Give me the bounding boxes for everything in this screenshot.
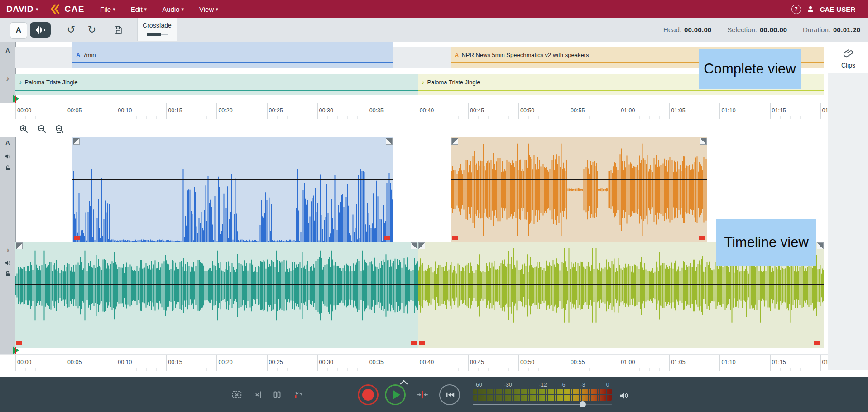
clip-fade-handle-left[interactable] [73, 138, 80, 145]
undo-to-marker-button[interactable] [292, 388, 306, 402]
goto-marker-button[interactable] [412, 385, 432, 405]
ruler-minor-tick [86, 368, 86, 371]
clip-fade-handle-left[interactable] [418, 242, 425, 249]
waveform-view-button[interactable] [30, 22, 51, 38]
timeline-playhead-cursor[interactable] [13, 346, 19, 354]
ruler-minor-tick [327, 368, 328, 371]
ruler-minor-tick [307, 368, 307, 371]
zoom-fit-button[interactable] [52, 121, 67, 137]
user-icon[interactable] [806, 5, 815, 14]
ruler-minor-tick [357, 368, 358, 371]
overview-clip-7min[interactable]: A 7min [72, 42, 393, 68]
menu-edit[interactable]: Edit ▾ [131, 5, 147, 13]
gain-line[interactable] [418, 284, 824, 285]
menu-view[interactable]: View ▾ [199, 5, 218, 13]
clip-edit-marker[interactable] [384, 236, 390, 240]
split-clip-button[interactable] [270, 388, 284, 402]
head-value: 00:00:00 [684, 26, 711, 34]
zoom-out-button[interactable] [34, 121, 50, 137]
redo-button[interactable]: ↻ [84, 22, 100, 38]
ruler-label: 00:45 [470, 359, 484, 365]
gain-line[interactable] [451, 179, 707, 180]
clip-fade-handle-right[interactable] [817, 242, 824, 249]
ruler-minor-tick [287, 368, 288, 371]
ruler-label: 00:10 [118, 359, 132, 365]
clip-fade-handle-right[interactable] [411, 242, 417, 249]
clip-edit-marker[interactable] [699, 236, 705, 240]
ruler-minor-tick [538, 368, 539, 371]
ruler-tick [820, 355, 821, 371]
app-logo[interactable]: DAViD ▾ [6, 4, 38, 14]
track2-mute-button[interactable] [0, 259, 15, 267]
overview-clip-7min-labelrow: A 7min [76, 52, 96, 58]
clip-edit-marker[interactable] [452, 236, 458, 240]
monitor-speaker-button[interactable] [617, 388, 631, 403]
ruler-tick [116, 355, 116, 371]
brand-icon [50, 4, 61, 15]
clip-edit-marker[interactable] [814, 341, 820, 345]
cut-selection-button[interactable] [250, 388, 264, 402]
clip-fade-handle-left[interactable] [16, 242, 23, 249]
duration-value: 00:01:20 [833, 26, 860, 34]
skip-to-start-button[interactable] [439, 384, 460, 405]
overview-track-rail: A ♪ [0, 42, 16, 103]
clip-type-icon: ♪ [19, 79, 22, 86]
undo-button[interactable]: ↺ [63, 22, 79, 38]
volume-slider-handle[interactable] [580, 401, 586, 407]
clip-edit-marker[interactable] [419, 341, 425, 345]
overview-ruler[interactable]: 00:0000:0500:1000:1500:2000:2500:3000:35… [0, 103, 828, 120]
track2-lock-button[interactable] [0, 270, 15, 277]
clip-edit-marker[interactable] [16, 341, 22, 345]
track1-type-label: A [0, 139, 15, 146]
ruler-label: 00:35 [369, 359, 384, 365]
volume-slider[interactable] [473, 404, 612, 405]
save-button[interactable] [110, 22, 126, 38]
crossfade-button[interactable]: Crossfade [137, 18, 177, 41]
clips-panel-button[interactable]: Clips [828, 42, 868, 73]
waveform-icon [34, 24, 47, 35]
overview-playhead-cursor[interactable] [13, 95, 19, 103]
ruler-label: 00:05 [67, 107, 82, 114]
ruler-minor-tick [680, 368, 680, 371]
ruler-minor-tick [96, 368, 96, 371]
ruler-minor-tick [378, 368, 378, 371]
timeline-clip-jingle1[interactable] [15, 242, 418, 348]
zoom-in-button[interactable] [16, 121, 32, 137]
clip-fade-handle-right[interactable] [700, 138, 707, 145]
track1-unlock-button[interactable] [0, 165, 15, 172]
ruler-tick [15, 355, 16, 371]
meter-scale-label: -3 [580, 382, 585, 388]
ruler-minor-tick [659, 368, 660, 371]
app-name: CAE [64, 4, 85, 14]
timeline-clip-npr[interactable] [451, 137, 707, 242]
duration-time: Duration: 00:01:20 [795, 26, 868, 34]
overview-track-music-label: ♪ [0, 74, 15, 82]
overview-clip-jingle1[interactable]: ♪ Paloma Triste Jingle [15, 74, 418, 95]
timeline-clip-7min[interactable] [72, 137, 393, 242]
record-button[interactable] [358, 384, 379, 405]
select-region-button[interactable] [230, 388, 244, 402]
menu-file[interactable]: File ▾ [100, 5, 115, 13]
clip-edit-marker[interactable] [74, 236, 80, 240]
ruler-tick [267, 355, 268, 371]
play-button[interactable] [385, 384, 406, 405]
help-icon[interactable]: ? [791, 5, 801, 14]
ruler-minor-tick [388, 368, 388, 371]
meter-scale-label: -60 [474, 382, 482, 388]
timeline-ruler[interactable]: 00:0000:0500:1000:1500:2000:2500:3000:35… [0, 354, 828, 371]
ruler-label: 00:50 [520, 359, 534, 365]
ruler-minor-tick [750, 368, 750, 371]
clip-label: 7min [83, 52, 96, 58]
clip-edit-marker[interactable] [411, 341, 417, 345]
gain-line[interactable] [72, 179, 393, 180]
ruler-tick [719, 103, 720, 120]
text-view-button[interactable]: A [10, 22, 27, 39]
ruler-tick [518, 103, 519, 120]
gain-line[interactable] [15, 284, 418, 285]
menu-audio[interactable]: Audio ▾ [162, 5, 184, 13]
ruler-tick [267, 103, 268, 120]
ruler-minor-tick [740, 368, 740, 371]
clip-fade-handle-left[interactable] [451, 138, 458, 145]
clip-fade-handle-right[interactable] [386, 138, 393, 145]
track1-mute-button[interactable] [0, 152, 15, 160]
